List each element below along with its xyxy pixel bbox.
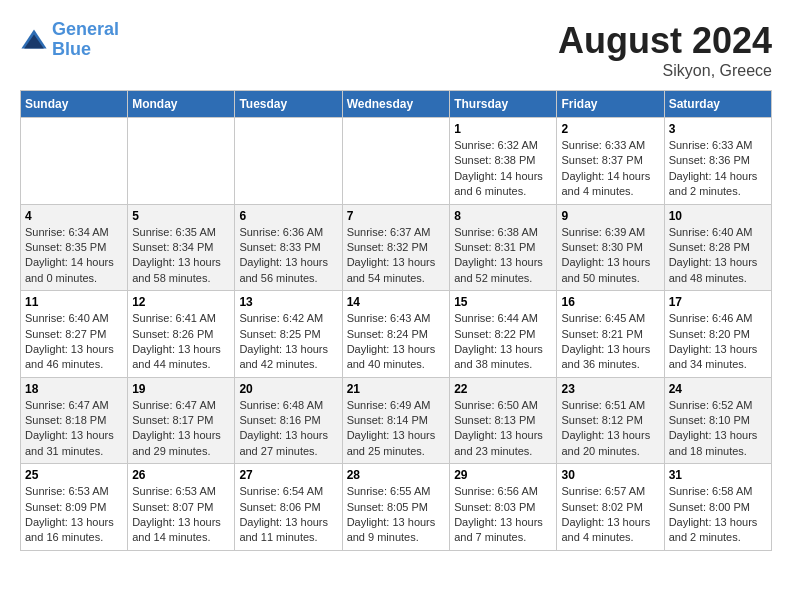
calendar-table: SundayMondayTuesdayWednesdayThursdayFrid… <box>20 90 772 551</box>
day-detail: Sunrise: 6:57 AM Sunset: 8:02 PM Dayligh… <box>561 484 659 546</box>
logo-text: General Blue <box>52 20 119 60</box>
day-cell: 1Sunrise: 6:32 AM Sunset: 8:38 PM Daylig… <box>450 118 557 205</box>
day-cell: 27Sunrise: 6:54 AM Sunset: 8:06 PM Dayli… <box>235 464 342 551</box>
day-cell: 23Sunrise: 6:51 AM Sunset: 8:12 PM Dayli… <box>557 377 664 464</box>
day-detail: Sunrise: 6:51 AM Sunset: 8:12 PM Dayligh… <box>561 398 659 460</box>
day-detail: Sunrise: 6:49 AM Sunset: 8:14 PM Dayligh… <box>347 398 446 460</box>
day-number: 11 <box>25 295 123 309</box>
month-title: August 2024 <box>558 20 772 62</box>
day-number: 9 <box>561 209 659 223</box>
day-number: 24 <box>669 382 767 396</box>
day-number: 26 <box>132 468 230 482</box>
day-detail: Sunrise: 6:36 AM Sunset: 8:33 PM Dayligh… <box>239 225 337 287</box>
day-cell: 29Sunrise: 6:56 AM Sunset: 8:03 PM Dayli… <box>450 464 557 551</box>
day-cell: 15Sunrise: 6:44 AM Sunset: 8:22 PM Dayli… <box>450 291 557 378</box>
day-cell: 10Sunrise: 6:40 AM Sunset: 8:28 PM Dayli… <box>664 204 771 291</box>
logo-line1: General <box>52 19 119 39</box>
day-number: 21 <box>347 382 446 396</box>
day-number: 19 <box>132 382 230 396</box>
day-detail: Sunrise: 6:54 AM Sunset: 8:06 PM Dayligh… <box>239 484 337 546</box>
day-detail: Sunrise: 6:45 AM Sunset: 8:21 PM Dayligh… <box>561 311 659 373</box>
day-cell: 13Sunrise: 6:42 AM Sunset: 8:25 PM Dayli… <box>235 291 342 378</box>
day-detail: Sunrise: 6:50 AM Sunset: 8:13 PM Dayligh… <box>454 398 552 460</box>
day-number: 17 <box>669 295 767 309</box>
day-number: 14 <box>347 295 446 309</box>
day-cell: 7Sunrise: 6:37 AM Sunset: 8:32 PM Daylig… <box>342 204 450 291</box>
col-header-tuesday: Tuesday <box>235 91 342 118</box>
day-cell: 3Sunrise: 6:33 AM Sunset: 8:36 PM Daylig… <box>664 118 771 205</box>
day-cell: 8Sunrise: 6:38 AM Sunset: 8:31 PM Daylig… <box>450 204 557 291</box>
day-detail: Sunrise: 6:41 AM Sunset: 8:26 PM Dayligh… <box>132 311 230 373</box>
day-number: 28 <box>347 468 446 482</box>
day-detail: Sunrise: 6:44 AM Sunset: 8:22 PM Dayligh… <box>454 311 552 373</box>
title-block: August 2024 Sikyon, Greece <box>558 20 772 80</box>
header-row: SundayMondayTuesdayWednesdayThursdayFrid… <box>21 91 772 118</box>
day-number: 15 <box>454 295 552 309</box>
col-header-sunday: Sunday <box>21 91 128 118</box>
day-cell <box>21 118 128 205</box>
day-cell: 21Sunrise: 6:49 AM Sunset: 8:14 PM Dayli… <box>342 377 450 464</box>
day-detail: Sunrise: 6:39 AM Sunset: 8:30 PM Dayligh… <box>561 225 659 287</box>
day-number: 6 <box>239 209 337 223</box>
day-detail: Sunrise: 6:52 AM Sunset: 8:10 PM Dayligh… <box>669 398 767 460</box>
day-number: 5 <box>132 209 230 223</box>
day-cell <box>128 118 235 205</box>
day-number: 10 <box>669 209 767 223</box>
week-row-5: 25Sunrise: 6:53 AM Sunset: 8:09 PM Dayli… <box>21 464 772 551</box>
day-cell: 11Sunrise: 6:40 AM Sunset: 8:27 PM Dayli… <box>21 291 128 378</box>
day-detail: Sunrise: 6:33 AM Sunset: 8:36 PM Dayligh… <box>669 138 767 200</box>
day-cell: 4Sunrise: 6:34 AM Sunset: 8:35 PM Daylig… <box>21 204 128 291</box>
page-header: General Blue August 2024 Sikyon, Greece <box>20 20 772 80</box>
day-detail: Sunrise: 6:40 AM Sunset: 8:27 PM Dayligh… <box>25 311 123 373</box>
day-detail: Sunrise: 6:40 AM Sunset: 8:28 PM Dayligh… <box>669 225 767 287</box>
day-number: 3 <box>669 122 767 136</box>
day-cell <box>342 118 450 205</box>
day-cell: 20Sunrise: 6:48 AM Sunset: 8:16 PM Dayli… <box>235 377 342 464</box>
day-detail: Sunrise: 6:42 AM Sunset: 8:25 PM Dayligh… <box>239 311 337 373</box>
day-number: 20 <box>239 382 337 396</box>
day-detail: Sunrise: 6:58 AM Sunset: 8:00 PM Dayligh… <box>669 484 767 546</box>
day-cell: 18Sunrise: 6:47 AM Sunset: 8:18 PM Dayli… <box>21 377 128 464</box>
week-row-1: 1Sunrise: 6:32 AM Sunset: 8:38 PM Daylig… <box>21 118 772 205</box>
col-header-monday: Monday <box>128 91 235 118</box>
day-cell: 9Sunrise: 6:39 AM Sunset: 8:30 PM Daylig… <box>557 204 664 291</box>
day-cell: 26Sunrise: 6:53 AM Sunset: 8:07 PM Dayli… <box>128 464 235 551</box>
logo-icon <box>20 26 48 54</box>
day-cell: 28Sunrise: 6:55 AM Sunset: 8:05 PM Dayli… <box>342 464 450 551</box>
day-number: 13 <box>239 295 337 309</box>
day-cell: 12Sunrise: 6:41 AM Sunset: 8:26 PM Dayli… <box>128 291 235 378</box>
day-cell: 31Sunrise: 6:58 AM Sunset: 8:00 PM Dayli… <box>664 464 771 551</box>
day-detail: Sunrise: 6:34 AM Sunset: 8:35 PM Dayligh… <box>25 225 123 287</box>
day-detail: Sunrise: 6:46 AM Sunset: 8:20 PM Dayligh… <box>669 311 767 373</box>
day-number: 29 <box>454 468 552 482</box>
calendar-body: 1Sunrise: 6:32 AM Sunset: 8:38 PM Daylig… <box>21 118 772 551</box>
calendar-header: SundayMondayTuesdayWednesdayThursdayFrid… <box>21 91 772 118</box>
day-number: 30 <box>561 468 659 482</box>
day-number: 4 <box>25 209 123 223</box>
day-detail: Sunrise: 6:35 AM Sunset: 8:34 PM Dayligh… <box>132 225 230 287</box>
day-detail: Sunrise: 6:43 AM Sunset: 8:24 PM Dayligh… <box>347 311 446 373</box>
day-detail: Sunrise: 6:47 AM Sunset: 8:18 PM Dayligh… <box>25 398 123 460</box>
day-detail: Sunrise: 6:37 AM Sunset: 8:32 PM Dayligh… <box>347 225 446 287</box>
day-number: 12 <box>132 295 230 309</box>
day-detail: Sunrise: 6:38 AM Sunset: 8:31 PM Dayligh… <box>454 225 552 287</box>
day-number: 31 <box>669 468 767 482</box>
day-cell: 16Sunrise: 6:45 AM Sunset: 8:21 PM Dayli… <box>557 291 664 378</box>
day-cell: 5Sunrise: 6:35 AM Sunset: 8:34 PM Daylig… <box>128 204 235 291</box>
day-cell: 25Sunrise: 6:53 AM Sunset: 8:09 PM Dayli… <box>21 464 128 551</box>
day-number: 23 <box>561 382 659 396</box>
day-detail: Sunrise: 6:53 AM Sunset: 8:09 PM Dayligh… <box>25 484 123 546</box>
week-row-4: 18Sunrise: 6:47 AM Sunset: 8:18 PM Dayli… <box>21 377 772 464</box>
day-number: 7 <box>347 209 446 223</box>
day-detail: Sunrise: 6:47 AM Sunset: 8:17 PM Dayligh… <box>132 398 230 460</box>
day-detail: Sunrise: 6:33 AM Sunset: 8:37 PM Dayligh… <box>561 138 659 200</box>
col-header-saturday: Saturday <box>664 91 771 118</box>
day-number: 27 <box>239 468 337 482</box>
day-cell: 14Sunrise: 6:43 AM Sunset: 8:24 PM Dayli… <box>342 291 450 378</box>
day-number: 18 <box>25 382 123 396</box>
logo: General Blue <box>20 20 119 60</box>
day-number: 1 <box>454 122 552 136</box>
day-cell: 17Sunrise: 6:46 AM Sunset: 8:20 PM Dayli… <box>664 291 771 378</box>
day-number: 25 <box>25 468 123 482</box>
day-cell: 19Sunrise: 6:47 AM Sunset: 8:17 PM Dayli… <box>128 377 235 464</box>
